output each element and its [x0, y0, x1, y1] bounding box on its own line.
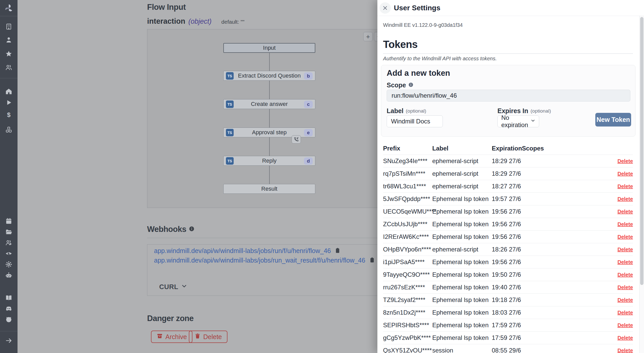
delete-token-link[interactable]: Delete	[617, 196, 633, 202]
flow-node-label: Create answer	[224, 101, 315, 107]
delete-token-link[interactable]: Delete	[617, 272, 633, 278]
robot-icon[interactable]	[5, 272, 12, 279]
flow-node-create-answer[interactable]: TSCreate answerc	[223, 99, 315, 109]
token-prefix: 9TayyeQC9O****	[383, 271, 432, 278]
token-prefix: 5JwSFQpddp****	[383, 195, 432, 203]
optional-hint: (optional)	[406, 108, 426, 114]
delete-token-link[interactable]: Delete	[617, 221, 633, 227]
token-prefix: ZCcbUsJUjb****	[383, 221, 432, 228]
flow-node-approval-step[interactable]: TSApproval stepe	[223, 128, 315, 137]
flow-node-reply[interactable]: TSReplyd	[223, 156, 315, 166]
archive-icon	[157, 333, 163, 341]
flow-node-result[interactable]: Result	[223, 184, 315, 194]
scope-label: Scope	[387, 81, 406, 89]
gear-icon[interactable]	[5, 261, 12, 268]
boxes-icon[interactable]	[5, 126, 12, 133]
archive-button[interactable]: Archive	[151, 331, 192, 343]
drawer-scrollbar[interactable]	[639, 16, 644, 353]
discord-icon[interactable]	[5, 305, 12, 312]
danger-zone-title: Danger zone	[147, 314, 194, 323]
add-token-card: Add a new token Scope Label (optional) E…	[381, 65, 635, 137]
node-id-badge: d	[304, 157, 313, 165]
folder-open-icon[interactable]	[5, 228, 12, 236]
webhook-url-link[interactable]: app.windmill.dev/api/w/windmill-labs/job…	[154, 247, 331, 255]
eye-icon[interactable]	[5, 250, 12, 257]
delete-token-link[interactable]: Delete	[617, 234, 633, 240]
token-prefix: 8zn5n1Dx2j****	[383, 309, 432, 316]
token-prefix: OHpBVYpo6n****	[383, 246, 432, 253]
token-prefix: UECO5qeWMU****	[383, 208, 432, 215]
delete-flow-button[interactable]: Delete	[189, 331, 227, 343]
token-label-input[interactable]	[387, 115, 443, 127]
new-token-button[interactable]: New Token	[595, 113, 631, 127]
book-open-icon[interactable]	[5, 294, 12, 301]
delete-token-link[interactable]: Delete	[617, 259, 633, 265]
clipboard-icon[interactable]	[369, 257, 375, 264]
divider	[147, 238, 382, 238]
github-icon[interactable]	[5, 316, 12, 323]
typescript-icon: TS	[226, 157, 234, 165]
delete-token-link[interactable]: Delete	[617, 297, 633, 303]
flow-node-label: Reply	[224, 157, 315, 164]
phone-incoming-icon[interactable]	[292, 135, 301, 144]
user-icon[interactable]	[5, 36, 12, 44]
arrow-right-icon[interactable]	[5, 337, 12, 344]
home-icon[interactable]	[5, 88, 12, 95]
webhook-row: app.windmill.dev/api/w/windmill-labs/job…	[154, 257, 375, 264]
delete-token-link[interactable]: Delete	[617, 171, 633, 177]
scope-input[interactable]	[387, 90, 630, 102]
token-row: 5JwSFQpddp****Ephemeral lsp token19:57 2…	[383, 192, 633, 205]
property-type: (object)	[188, 18, 211, 26]
label-label: Label	[387, 107, 403, 115]
svg-text:$: $	[7, 111, 11, 118]
token-expiration: 17:59 27/6	[492, 322, 522, 329]
info-icon[interactable]	[189, 226, 194, 233]
flow-edge	[269, 81, 270, 99]
token-expiration: 17:59 27/6	[492, 334, 522, 341]
delete-token-link[interactable]: Delete	[617, 158, 633, 164]
flow-edge	[269, 53, 270, 71]
delete-token-link[interactable]: Delete	[617, 348, 633, 353]
label-label-row: Label (optional)	[387, 107, 426, 115]
token-expiration: 19:56 27/6	[492, 258, 522, 266]
webhook-url-link[interactable]: app.windmill.dev/api/w/windmill-labs/job…	[154, 257, 365, 264]
calendar-icon[interactable]	[5, 217, 12, 225]
token-label: session	[432, 347, 492, 353]
info-icon[interactable]	[408, 81, 413, 89]
delete-token-link[interactable]: Delete	[617, 209, 633, 215]
token-expiration: 19:56 27/6	[492, 233, 522, 240]
chevron-down-icon	[181, 283, 188, 291]
play-icon[interactable]	[5, 99, 12, 106]
token-expiration: 19:57 27/6	[492, 195, 522, 203]
flow-node-label: Extract Discord Question	[224, 72, 315, 79]
close-icon[interactable]	[379, 2, 391, 14]
flow-node-extract-discord-question[interactable]: TSExtract Discord Questionb	[223, 71, 315, 81]
star-icon[interactable]	[5, 50, 12, 57]
flow-node-input[interactable]: Input	[223, 43, 315, 53]
flow-graph: + − InputTSExtract Discord QuestionbTSCr…	[147, 29, 382, 208]
delete-token-link[interactable]: Delete	[617, 284, 633, 290]
optional-hint: (optional)	[531, 108, 551, 114]
token-prefix: rq7pSTsiMn****	[383, 170, 432, 177]
delete-token-link[interactable]: Delete	[617, 247, 633, 253]
delete-token-link[interactable]: Delete	[617, 183, 633, 189]
tokens-table-header: Prefix Label Expiration Scopes	[383, 142, 633, 155]
node-id-badge: c	[304, 101, 313, 108]
delete-token-link[interactable]: Delete	[617, 322, 633, 328]
token-label: Ephemeral lsp token	[432, 221, 492, 228]
drawer-title: User Settings	[394, 4, 440, 12]
scrollbar-thumb[interactable]	[640, 17, 643, 285]
token-expiration: 18:26 27/6	[492, 246, 522, 253]
dollar-icon[interactable]: $	[5, 111, 12, 119]
curl-toggle[interactable]: CURL	[159, 283, 188, 291]
delete-token-link[interactable]: Delete	[617, 335, 633, 341]
zoom-in-button[interactable]: +	[363, 32, 373, 41]
expiration-select[interactable]: No expiration	[497, 115, 539, 127]
clipboard-icon[interactable]	[334, 247, 341, 255]
token-label: Ephemeral lsp token	[432, 271, 492, 278]
delete-token-link[interactable]: Delete	[617, 310, 633, 316]
token-label: ephemeral-script	[432, 170, 492, 177]
users-icon[interactable]	[5, 64, 12, 71]
users-cog-icon[interactable]	[5, 239, 12, 246]
building-icon[interactable]	[5, 23, 12, 30]
